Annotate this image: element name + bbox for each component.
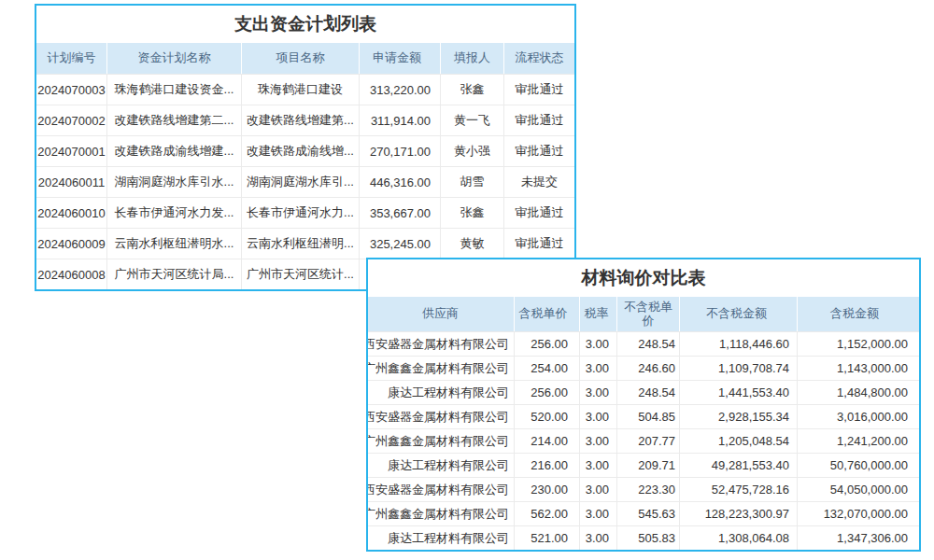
col-header-apply-amount: 申请金额 bbox=[360, 43, 441, 74]
tax-rate-cell: 3.00 bbox=[580, 357, 617, 380]
col-header-project-name: 项目名称 bbox=[242, 43, 360, 74]
fund-plan-name-link[interactable]: 长春市伊通河水力发... bbox=[107, 198, 242, 228]
filler-name-link[interactable]: 黄一飞 bbox=[441, 105, 504, 135]
amount-incl-tax-cell: 1,143,000.00 bbox=[798, 357, 919, 380]
material-inquiry-table: 材料询价对比表 供应商 含税单价 税率 不含税单价 不含税金额 含税金额 西安盛… bbox=[366, 258, 921, 552]
apply-amount-cell: 311,914.00 bbox=[360, 105, 441, 135]
plan-id-link[interactable]: 2024070001 bbox=[36, 136, 107, 166]
supplier-link[interactable]: 西安盛器金属材料有限公司 bbox=[368, 405, 515, 428]
col-header-amount-incl-tax: 含税金额 bbox=[798, 297, 919, 331]
apply-amount-cell: 353,667.00 bbox=[360, 198, 441, 228]
table-row: 西安盛器金属材料有限公司 256.00 3.00 248.54 1,118,44… bbox=[368, 331, 919, 356]
filler-name-link[interactable]: 黄敏 bbox=[441, 229, 504, 259]
amount-incl-tax-cell: 1,241,200.00 bbox=[798, 429, 919, 453]
unit-price-incl-tax-cell: 254.00 bbox=[515, 357, 580, 380]
unit-price-excl-tax-cell: 246.60 bbox=[617, 357, 680, 380]
supplier-link[interactable]: 西安盛器金属材料有限公司 bbox=[368, 478, 515, 501]
amount-excl-tax-cell: 1,308,064.08 bbox=[680, 526, 798, 550]
fund-plan-name-link[interactable]: 珠海鹤港口建设资金... bbox=[107, 75, 242, 105]
status-badge: 审批通过 bbox=[504, 105, 574, 135]
fund-plan-name-link[interactable]: 云南水利枢纽潜明水... bbox=[107, 229, 242, 259]
expense-plan-table: 支出资金计划列表 计划编号 资金计划名称 项目名称 申请金额 填报人 流程状态 … bbox=[35, 4, 576, 291]
unit-price-excl-tax-cell: 545.63 bbox=[617, 502, 680, 525]
col-header-supplier: 供应商 bbox=[368, 297, 515, 331]
apply-amount-cell: 446,316.00 bbox=[360, 167, 441, 197]
status-badge: 未提交 bbox=[504, 167, 574, 197]
plan-id-link[interactable]: 2024070002 bbox=[36, 105, 107, 135]
material-inquiry-table-header: 供应商 含税单价 税率 不含税单价 不含税金额 含税金额 bbox=[368, 297, 919, 331]
col-header-fund-plan-name: 资金计划名称 bbox=[107, 43, 242, 74]
table-row: 康达工程材料有限公司 256.00 3.00 248.54 1,441,553.… bbox=[368, 380, 919, 404]
fund-plan-name-link[interactable]: 改建铁路线增建第二... bbox=[107, 105, 242, 135]
col-header-unit-price-excl-tax: 不含税单价 bbox=[617, 297, 680, 331]
amount-incl-tax-cell: 3,016,000.00 bbox=[798, 405, 919, 428]
unit-price-incl-tax-cell: 521.00 bbox=[515, 526, 580, 550]
filler-name-link[interactable]: 张鑫 bbox=[441, 198, 504, 228]
supplier-link[interactable]: 广州鑫鑫金属材料有限公司 bbox=[368, 429, 515, 453]
tax-rate-cell: 3.00 bbox=[580, 429, 617, 453]
amount-incl-tax-cell: 50,760,000.00 bbox=[798, 454, 919, 477]
fund-plan-name-link[interactable]: 湖南洞庭湖水库引水... bbox=[107, 167, 242, 197]
unit-price-incl-tax-cell: 256.00 bbox=[515, 332, 580, 356]
plan-id-link[interactable]: 2024060009 bbox=[36, 229, 107, 259]
table-row: 广州鑫鑫金属材料有限公司 254.00 3.00 246.60 1,109,70… bbox=[368, 356, 919, 380]
expense-plan-table-title: 支出资金计划列表 bbox=[36, 6, 574, 43]
status-badge: 审批通过 bbox=[504, 75, 574, 105]
status-badge: 审批通过 bbox=[504, 229, 574, 259]
amount-excl-tax-cell: 128,223,300.97 bbox=[680, 502, 798, 525]
project-name-link[interactable]: 湖南洞庭湖水库引... bbox=[242, 167, 360, 197]
material-inquiry-table-title: 材料询价对比表 bbox=[368, 259, 919, 297]
col-header-plan-id: 计划编号 bbox=[36, 43, 107, 74]
table-row: 康达工程材料有限公司 521.00 3.00 505.83 1,308,064.… bbox=[368, 525, 919, 550]
tax-rate-cell: 3.00 bbox=[580, 332, 617, 356]
supplier-link[interactable]: 广州鑫鑫金属材料有限公司 bbox=[368, 502, 515, 525]
tax-rate-cell: 3.00 bbox=[580, 454, 617, 477]
table-row: 2024070003 珠海鹤港口建设资金... 珠海鹤港口建设 313,220.… bbox=[36, 74, 574, 105]
col-header-unit-price-incl-tax: 含税单价 bbox=[515, 297, 580, 331]
project-name-link[interactable]: 改建铁路成渝线增... bbox=[242, 136, 360, 166]
unit-price-excl-tax-cell: 248.54 bbox=[617, 381, 680, 404]
project-name-link[interactable]: 长春市伊通河水力... bbox=[242, 198, 360, 228]
amount-excl-tax-cell: 52,475,728.16 bbox=[680, 478, 798, 501]
project-name-link[interactable]: 广州市天河区统计... bbox=[242, 259, 360, 289]
amount-incl-tax-cell: 1,347,306.00 bbox=[798, 526, 919, 550]
table-row: 2024070001 改建铁路成渝线增建... 改建铁路成渝线增... 270,… bbox=[36, 135, 574, 166]
amount-incl-tax-cell: 1,484,800.00 bbox=[798, 381, 919, 404]
plan-id-link[interactable]: 2024060008 bbox=[36, 259, 107, 289]
plan-id-link[interactable]: 2024060010 bbox=[36, 198, 107, 228]
table-row: 西安盛器金属材料有限公司 520.00 3.00 504.85 2,928,15… bbox=[368, 404, 919, 428]
project-name-link[interactable]: 改建铁路线增建第... bbox=[242, 105, 360, 135]
unit-price-incl-tax-cell: 230.00 bbox=[515, 478, 580, 501]
material-inquiry-table-body: 西安盛器金属材料有限公司 256.00 3.00 248.54 1,118,44… bbox=[368, 331, 919, 550]
fund-plan-name-link[interactable]: 广州市天河区统计局... bbox=[107, 259, 242, 289]
supplier-link[interactable]: 广州鑫鑫金属材料有限公司 bbox=[368, 357, 515, 380]
apply-amount-cell: 313,220.00 bbox=[360, 75, 441, 105]
supplier-link[interactable]: 康达工程材料有限公司 bbox=[368, 381, 515, 404]
plan-id-link[interactable]: 2024070003 bbox=[36, 75, 107, 105]
filler-name-link[interactable]: 黄小强 bbox=[441, 136, 504, 166]
status-badge: 审批通过 bbox=[504, 136, 574, 166]
fund-plan-name-link[interactable]: 改建铁路成渝线增建... bbox=[107, 136, 242, 166]
plan-id-link[interactable]: 2024060011 bbox=[36, 167, 107, 197]
supplier-link[interactable]: 康达工程材料有限公司 bbox=[368, 526, 515, 550]
tax-rate-cell: 3.00 bbox=[580, 526, 617, 550]
unit-price-excl-tax-cell: 207.77 bbox=[617, 429, 680, 453]
tax-rate-cell: 3.00 bbox=[580, 405, 617, 428]
project-name-link[interactable]: 珠海鹤港口建设 bbox=[242, 75, 360, 105]
table-row: 2024070002 改建铁路线增建第二... 改建铁路线增建第... 311,… bbox=[36, 105, 574, 135]
filler-name-link[interactable]: 张鑫 bbox=[441, 75, 504, 105]
tax-rate-cell: 3.00 bbox=[580, 381, 617, 404]
unit-price-excl-tax-cell: 209.71 bbox=[617, 454, 680, 477]
project-name-link[interactable]: 云南水利枢纽潜明... bbox=[242, 229, 360, 259]
tax-rate-cell: 3.00 bbox=[580, 478, 617, 501]
amount-excl-tax-cell: 1,118,446.60 bbox=[680, 332, 798, 356]
filler-name-link[interactable]: 胡雪 bbox=[441, 167, 504, 197]
supplier-link[interactable]: 康达工程材料有限公司 bbox=[368, 454, 515, 477]
unit-price-incl-tax-cell: 562.00 bbox=[515, 502, 580, 525]
col-header-flow-status: 流程状态 bbox=[504, 43, 574, 74]
amount-excl-tax-cell: 1,109,708.74 bbox=[680, 357, 798, 380]
supplier-link[interactable]: 西安盛器金属材料有限公司 bbox=[368, 332, 515, 356]
amount-incl-tax-cell: 54,050,000.00 bbox=[798, 478, 919, 501]
table-row: 2024060011 湖南洞庭湖水库引水... 湖南洞庭湖水库引... 446,… bbox=[36, 166, 574, 197]
amount-incl-tax-cell: 132,070,000.00 bbox=[798, 502, 919, 525]
